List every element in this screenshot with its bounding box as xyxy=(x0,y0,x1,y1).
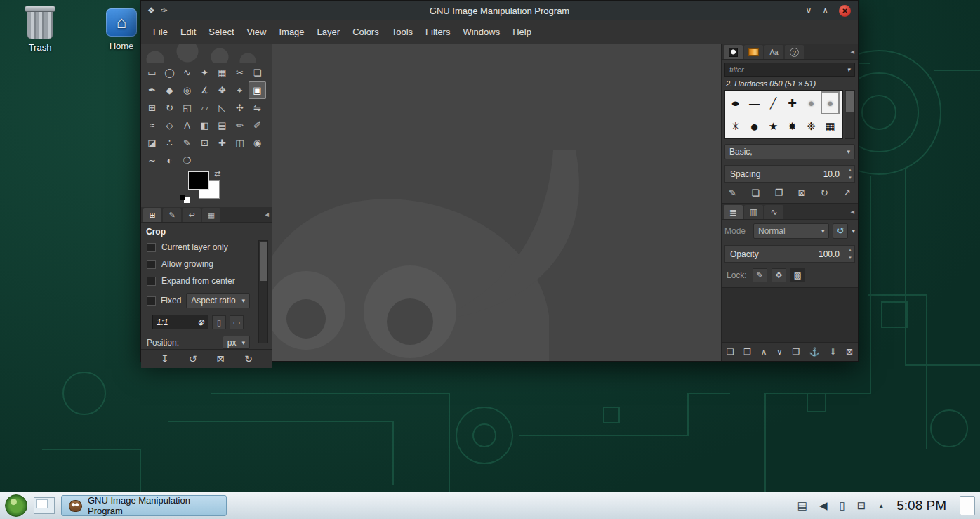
raise-layer-icon[interactable]: ∧ xyxy=(761,347,767,357)
delete-layer-icon[interactable]: ⊠ xyxy=(846,347,853,357)
scrollbar-thumb[interactable] xyxy=(260,242,267,281)
canvas-area[interactable] xyxy=(272,44,721,361)
maximize-button[interactable]: ∧ xyxy=(822,5,828,16)
tool-mypaint-brush[interactable]: ❍ xyxy=(178,152,196,169)
brush-thumb[interactable]: ╱ xyxy=(764,91,783,114)
menu-image[interactable]: Image xyxy=(272,23,310,41)
tool-color-picker[interactable]: ◆ xyxy=(161,81,178,99)
layer-mode-dropdown[interactable]: Normal ▾ xyxy=(753,223,829,239)
tool-ellipse-select[interactable]: ◯ xyxy=(161,64,178,81)
device-notifier-tray-icon[interactable]: ▯ xyxy=(839,499,845,512)
tab-channels[interactable]: ▥ xyxy=(744,205,763,219)
tool-ink[interactable]: ✎ xyxy=(178,134,196,152)
tool-airbrush[interactable]: ∴ xyxy=(161,134,178,152)
anchor-layer-icon[interactable]: ⚓ xyxy=(809,347,820,357)
tool-scale[interactable]: ◱ xyxy=(178,99,196,117)
menu-help[interactable]: Help xyxy=(506,23,538,41)
tool-perspective[interactable]: ◺ xyxy=(213,99,231,117)
tool-perspective-clone[interactable]: ◫ xyxy=(231,134,249,152)
scrollbar-thumb[interactable] xyxy=(846,91,854,112)
lock-pixels-icon[interactable]: ✎ xyxy=(753,268,767,282)
fixed-checkbox[interactable] xyxy=(147,296,156,306)
panel-toolbox-button[interactable] xyxy=(960,496,975,515)
tool-bucket-fill[interactable]: ◧ xyxy=(196,117,213,134)
menu-edit[interactable]: Edit xyxy=(174,23,202,41)
swap-colors-icon[interactable]: ⇄ xyxy=(214,169,220,178)
mode-switch-icon[interactable]: ↺ xyxy=(833,223,848,239)
desktop-icon-home[interactable]: ⌂ Home xyxy=(95,8,147,51)
brush-thumb[interactable]: ● xyxy=(802,91,821,114)
tool-free-select[interactable]: ∿ xyxy=(178,64,196,81)
close-button[interactable]: ✕ xyxy=(839,5,851,17)
brush-thumb-selected[interactable]: ● xyxy=(821,91,840,114)
clipboard-tray-icon[interactable]: ▤ xyxy=(797,499,807,512)
brush-spacing-slider[interactable]: Spacing 10.0 ▲ ▼ xyxy=(724,165,855,183)
tool-foreground-select[interactable]: ❏ xyxy=(249,64,266,81)
new-brush-icon[interactable]: ❏ xyxy=(751,188,760,198)
landscape-icon[interactable]: ▭ xyxy=(230,315,244,329)
spinner-down-icon[interactable]: ▼ xyxy=(848,255,852,261)
tool-paintbrush[interactable]: ✐ xyxy=(249,117,266,134)
new-layer-group-icon[interactable]: ❒ xyxy=(743,347,751,357)
tool-align[interactable]: ⌖ xyxy=(231,81,249,99)
brush-filter-input[interactable]: filter ▾ xyxy=(724,63,855,77)
brush-group-dropdown[interactable]: Basic, ▾ xyxy=(724,144,855,159)
duplicate-brush-icon[interactable]: ❐ xyxy=(774,188,783,198)
tool-shear[interactable]: ▱ xyxy=(196,99,213,117)
aspect-ratio-input[interactable]: 1:1 ⊗ xyxy=(152,315,208,329)
tool-dodge-burn[interactable]: ◐ xyxy=(161,152,178,169)
pin-icon[interactable]: ✑ xyxy=(161,5,168,16)
restore-tool-preset-icon[interactable]: ↺ xyxy=(189,353,197,364)
menu-windows[interactable]: Windows xyxy=(456,23,506,41)
default-colors-icon[interactable] xyxy=(180,195,190,203)
menu-tools[interactable]: Tools xyxy=(385,23,419,41)
tool-cage-transform[interactable]: ◇ xyxy=(161,117,178,134)
brush-thumb[interactable]: ✸ xyxy=(783,114,802,138)
display-tray-icon[interactable]: ⊟ xyxy=(857,499,866,512)
duplicate-layer-icon[interactable]: ❐ xyxy=(792,347,800,357)
virtual-desktop-pager[interactable] xyxy=(34,497,55,514)
menu-filters[interactable]: Filters xyxy=(419,23,456,41)
pager-desktop-cell[interactable] xyxy=(36,499,48,508)
spinner-arrows[interactable]: ▲ ▼ xyxy=(848,247,852,261)
tray-expand-icon[interactable]: ▲ xyxy=(878,502,885,510)
volume-tray-icon[interactable]: ◀ xyxy=(819,499,828,512)
tool-smudge[interactable]: ∼ xyxy=(143,152,161,169)
tab-gradients[interactable] xyxy=(744,45,763,59)
aspect-ratio-dropdown[interactable]: Aspect ratio ▾ xyxy=(186,293,250,308)
tool-move[interactable]: ✥ xyxy=(213,81,231,99)
option-expand-from-center[interactable]: Expand from center xyxy=(141,272,256,289)
tool-paths[interactable]: ✒ xyxy=(143,81,161,99)
titlebar[interactable]: GNU Image Manipulation Program ❖ ✑ ∨ ∧ ✕ xyxy=(141,1,858,20)
brush-thumb[interactable]: ▦ xyxy=(821,114,840,138)
tool-gradient[interactable]: ▤ xyxy=(213,117,231,134)
tool-options-scrollbar[interactable] xyxy=(258,240,268,343)
clear-input-icon[interactable]: ⊗ xyxy=(197,317,204,327)
tool-eraser[interactable]: ◪ xyxy=(143,134,161,152)
save-tool-preset-icon[interactable]: ↧ xyxy=(161,353,169,364)
refresh-brushes-icon[interactable]: ↻ xyxy=(821,188,828,198)
foreground-color-swatch[interactable] xyxy=(188,171,209,190)
menu-select[interactable]: Select xyxy=(202,23,240,41)
tool-rect-select[interactable]: ▭ xyxy=(143,64,161,81)
position-unit-dropdown[interactable]: px ▾ xyxy=(223,336,250,349)
tab-brushes[interactable] xyxy=(724,45,743,59)
tab-fonts[interactable]: Aa xyxy=(764,45,783,59)
delete-brush-icon[interactable]: ⊠ xyxy=(797,188,805,198)
tool-heal[interactable]: ✚ xyxy=(213,134,231,152)
reset-tool-options-icon[interactable]: ↻ xyxy=(244,353,253,364)
tab-device-status[interactable]: ✎ xyxy=(163,208,181,222)
menu-file[interactable]: File xyxy=(147,23,174,41)
tool-zoom[interactable]: ◎ xyxy=(178,81,196,99)
menu-layer[interactable]: Layer xyxy=(311,23,347,41)
taskbar-task-gimp[interactable]: GNU Image Manipulation Program xyxy=(61,495,227,516)
new-layer-icon[interactable]: ❏ xyxy=(727,347,734,357)
minimize-button[interactable]: ∨ xyxy=(805,5,812,16)
checkbox[interactable] xyxy=(147,260,156,269)
lower-layer-icon[interactable]: ∨ xyxy=(776,347,783,357)
spinner-up-icon[interactable]: ▲ xyxy=(848,167,852,173)
tool-flip[interactable]: ⇋ xyxy=(249,99,266,117)
brush-thumb[interactable]: ● xyxy=(745,114,764,138)
checkbox[interactable] xyxy=(147,277,156,286)
brush-thumb[interactable]: ✚ xyxy=(783,91,802,114)
